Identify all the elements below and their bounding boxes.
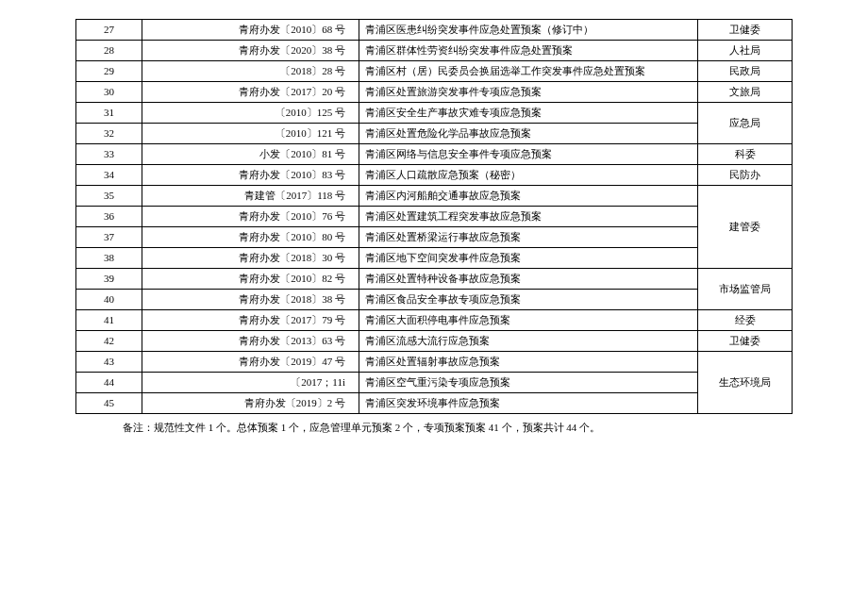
row-description: 青浦区人口疏散应急预案（秘密） xyxy=(359,165,698,186)
table-row: 36青府办发〔2010〕76 号青浦区处置建筑工程突发事故应急预案 xyxy=(76,207,793,227)
table-row: 33小发〔2010〕81 号青浦区网络与信息安全事件专项应急预案科委 xyxy=(76,144,793,165)
row-description: 青浦区空气重污染专项应急预案 xyxy=(359,373,698,393)
row-index: 38 xyxy=(76,248,142,269)
row-index: 29 xyxy=(76,61,142,82)
row-description: 青浦区医患纠纷突发事件应急处置预案（修订中） xyxy=(359,20,698,41)
row-index: 41 xyxy=(76,310,142,331)
table-row: 44〔2017；11i青浦区空气重污染专项应急预案 xyxy=(76,373,793,393)
row-index: 31 xyxy=(76,103,142,124)
row-doc-number: 青府办发〔2017〕79 号 xyxy=(142,310,359,331)
row-doc-number: 青府办发〔2010〕68 号 xyxy=(142,20,359,41)
table-row: 32〔2010〕121 号青浦区处置危险化学品事故应急预案 xyxy=(76,124,793,144)
row-description: 青浦区处置桥梁运行事故应急预案 xyxy=(359,227,698,248)
row-doc-number: 青府办发〔2010〕83 号 xyxy=(142,165,359,186)
row-index: 36 xyxy=(76,207,142,227)
row-department: 生态环境局 xyxy=(698,352,793,414)
row-index: 43 xyxy=(76,352,142,373)
row-description: 青浦区突发环境事件应急预案 xyxy=(359,393,698,414)
row-description: 青浦区大面积停电事件应急预案 xyxy=(359,310,698,331)
row-index: 37 xyxy=(76,227,142,248)
table-row: 29〔2018〕28 号青浦区村（居）民委员会换届选举工作突发事件应急处置预案民… xyxy=(76,61,793,82)
row-index: 30 xyxy=(76,82,142,103)
table-row: 42青府办发〔2013〕63 号青浦区流感大流行应急预案卫健委 xyxy=(76,331,793,352)
row-description: 青浦区食品安全事故专项应急预案 xyxy=(359,290,698,310)
row-index: 40 xyxy=(76,290,142,310)
row-description: 青浦区处置建筑工程突发事故应急预案 xyxy=(359,207,698,227)
row-department: 应急局 xyxy=(698,103,793,144)
row-index: 32 xyxy=(76,124,142,144)
row-description: 青浦区群体性劳资纠纷突发事件应急处置预案 xyxy=(359,41,698,61)
row-description: 青浦区流感大流行应急预案 xyxy=(359,331,698,352)
table-row: 34青府办发〔2010〕83 号青浦区人口疏散应急预案（秘密）民防办 xyxy=(76,165,793,186)
row-doc-number: 〔2010〕121 号 xyxy=(142,124,359,144)
row-doc-number: 青府办发〔2010〕82 号 xyxy=(142,269,359,290)
table-row: 40青府办发〔2018〕38 号青浦区食品安全事故专项应急预案 xyxy=(76,290,793,310)
row-department: 文旅局 xyxy=(698,82,793,103)
table-row: 43青府办发〔2019〕47 号青浦区处置辐射事故应急预案生态环境局 xyxy=(76,352,793,373)
row-index: 33 xyxy=(76,144,142,165)
row-doc-number: 青府办发〔2020〕38 号 xyxy=(142,41,359,61)
row-description: 青浦区地下空间突发事件应急预案 xyxy=(359,248,698,269)
row-doc-number: 青府办发〔2017〕20 号 xyxy=(142,82,359,103)
table-row: 41青府办发〔2017〕79 号青浦区大面积停电事件应急预案经委 xyxy=(76,310,793,331)
row-doc-number: 〔2010〕125 号 xyxy=(142,103,359,124)
table-row: 45青府办发〔2019〕2 号青浦区突发环境事件应急预案 xyxy=(76,393,793,414)
row-department: 经委 xyxy=(698,310,793,331)
row-doc-number: 小发〔2010〕81 号 xyxy=(142,144,359,165)
row-department: 民政局 xyxy=(698,61,793,82)
row-index: 45 xyxy=(76,393,142,414)
row-description: 青浦区处置辐射事故应急预案 xyxy=(359,352,698,373)
row-description: 青浦区处置旅游突发事件专项应急预案 xyxy=(359,82,698,103)
table-row: 38青府办发〔2018〕30 号青浦区地下空间突发事件应急预案 xyxy=(76,248,793,269)
table-row: 27青府办发〔2010〕68 号青浦区医患纠纷突发事件应急处置预案（修订中）卫健… xyxy=(76,20,793,41)
table-row: 35青建管〔2017〕118 号青浦区内河船舶交通事故应急预案建管委 xyxy=(76,186,793,207)
row-index: 28 xyxy=(76,41,142,61)
row-description: 青浦区处置危险化学品事故应急预案 xyxy=(359,124,698,144)
row-description: 青浦区村（居）民委员会换届选举工作突发事件应急处置预案 xyxy=(359,61,698,82)
row-doc-number: 青府办发〔2018〕38 号 xyxy=(142,290,359,310)
table-row: 37青府办发〔2010〕80 号青浦区处置桥梁运行事故应急预案 xyxy=(76,227,793,248)
row-index: 34 xyxy=(76,165,142,186)
row-index: 44 xyxy=(76,373,142,393)
row-doc-number: 青府办发〔2013〕63 号 xyxy=(142,331,359,352)
row-department: 卫健委 xyxy=(698,20,793,41)
row-description: 青浦区处置特种设备事故应急预案 xyxy=(359,269,698,290)
table-row: 31〔2010〕125 号青浦区安全生产事故灾难专项应急预案应急局 xyxy=(76,103,793,124)
footnote-text: 备注：规范性文件 1 个。总体预案 1 个，应急管理单元预案 2 个，专项预案预… xyxy=(75,420,793,437)
row-department: 人社局 xyxy=(698,41,793,61)
row-doc-number: 〔2017；11i xyxy=(142,373,359,393)
row-department: 卫健委 xyxy=(698,331,793,352)
row-description: 青浦区网络与信息安全事件专项应急预案 xyxy=(359,144,698,165)
row-description: 青浦区内河船舶交通事故应急预案 xyxy=(359,186,698,207)
row-doc-number: 青府办发〔2018〕30 号 xyxy=(142,248,359,269)
plan-table: 27青府办发〔2010〕68 号青浦区医患纠纷突发事件应急处置预案（修订中）卫健… xyxy=(75,19,793,414)
row-doc-number: 青府办发〔2010〕80 号 xyxy=(142,227,359,248)
row-doc-number: 〔2018〕28 号 xyxy=(142,61,359,82)
row-description: 青浦区安全生产事故灾难专项应急预案 xyxy=(359,103,698,124)
row-index: 27 xyxy=(76,20,142,41)
row-index: 35 xyxy=(76,186,142,207)
row-index: 42 xyxy=(76,331,142,352)
row-doc-number: 青建管〔2017〕118 号 xyxy=(142,186,359,207)
row-department: 市场监管局 xyxy=(698,269,793,310)
row-doc-number: 青府办发〔2019〕2 号 xyxy=(142,393,359,414)
table-row: 39青府办发〔2010〕82 号青浦区处置特种设备事故应急预案市场监管局 xyxy=(76,269,793,290)
row-department: 民防办 xyxy=(698,165,793,186)
row-department: 科委 xyxy=(698,144,793,165)
table-row: 30青府办发〔2017〕20 号青浦区处置旅游突发事件专项应急预案文旅局 xyxy=(76,82,793,103)
row-index: 39 xyxy=(76,269,142,290)
row-doc-number: 青府办发〔2019〕47 号 xyxy=(142,352,359,373)
row-doc-number: 青府办发〔2010〕76 号 xyxy=(142,207,359,227)
row-department: 建管委 xyxy=(698,186,793,269)
table-row: 28青府办发〔2020〕38 号青浦区群体性劳资纠纷突发事件应急处置预案人社局 xyxy=(76,41,793,61)
